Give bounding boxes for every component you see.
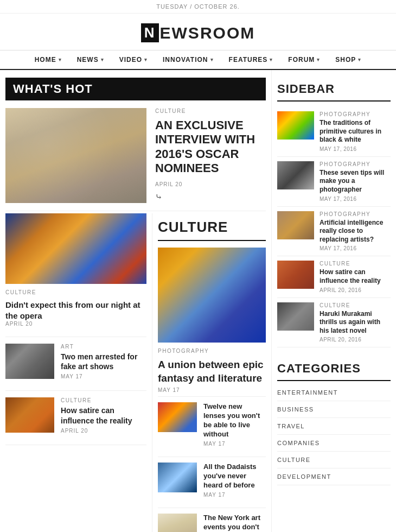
culture-small-date-1: MAY 17 xyxy=(203,441,266,447)
sidebar-item-text-5: CULTURE Haruki Murakami thrills us again… xyxy=(320,302,391,343)
sidebar-cat-3: PHOTOGRAPHY xyxy=(320,211,391,217)
sidebar-title-4: How satire can influence the reality xyxy=(320,268,391,285)
opera-date: APRIL 20 xyxy=(5,321,146,327)
sidebar-title-2: These seven tips will make you a photogr… xyxy=(320,169,391,194)
culture-small-text-3: The New York art events you don't want t… xyxy=(203,514,266,532)
site-logo[interactable]: N EWSROOM xyxy=(141,23,255,42)
culture-small-title-1: Twelve new lenses you won't be able to l… xyxy=(203,402,266,439)
middle-columns: CULTURE Didn't expect this from our nigh… xyxy=(5,213,266,532)
culture-main-title[interactable]: A union between epic fantasy and literat… xyxy=(158,358,266,385)
culture-small-3[interactable]: The New York art events you don't want t… xyxy=(158,508,266,532)
nav-innovation[interactable]: INNOVATION ▾ xyxy=(155,56,221,64)
sidebar-image-2 xyxy=(277,161,314,189)
category-travel[interactable]: TRAVEL xyxy=(277,418,391,435)
sidebar-date-1: MAY 17, 2016 xyxy=(320,146,391,152)
sidebar-item-text-2: PHOTOGRAPHY These seven tips will make y… xyxy=(320,161,391,202)
nav-news[interactable]: NEWS ▾ xyxy=(69,56,112,64)
sidebar-item-3[interactable]: PHOTOGRAPHY Artificial intelligence real… xyxy=(277,207,391,257)
pottery-image xyxy=(5,397,54,433)
whats-hot-feature[interactable]: CULTURE AN EXCLUSIVE INTERVIEW WITH 2016… xyxy=(5,100,266,211)
culture-small-image-1 xyxy=(158,402,197,432)
whats-hot-text: CULTURE AN EXCLUSIVE INTERVIEW WITH 2016… xyxy=(155,108,266,203)
culture-main-category: PHOTOGRAPHY xyxy=(158,348,266,354)
feature-date: APRIL 20 xyxy=(155,181,266,187)
logo-text: EWSROOM xyxy=(160,24,256,42)
opera-article-text[interactable]: CULTURE Didn't expect this from our nigh… xyxy=(5,284,146,337)
satire-text: CULTURE How satire can influence the rea… xyxy=(61,397,146,438)
left-column: CULTURE Didn't expect this from our nigh… xyxy=(5,213,152,532)
main-nav: HOME ▾ NEWS ▾ VIDEO ▾ INNOVATION ▾ FEATU… xyxy=(0,50,396,70)
sidebar-image-1 xyxy=(277,111,314,140)
culture-small-2[interactable]: All the Dadaists you've never heard of b… xyxy=(158,457,266,508)
logo-n: N xyxy=(141,23,159,42)
culture-small-1[interactable]: Twelve new lenses you won't be able to l… xyxy=(158,396,266,457)
culture-small-image-3 xyxy=(158,514,197,532)
sidebar-date-4: APRIL 20, 2016 xyxy=(320,287,391,293)
category-business[interactable]: BUSINESS xyxy=(277,401,391,418)
culture-small-title-3: The New York art events you don't want t… xyxy=(203,514,266,532)
site-header: N EWSROOM xyxy=(0,14,396,50)
sidebar-date-3: MAY 17, 2016 xyxy=(320,245,391,251)
sidebar-item-4[interactable]: CULTURE How satire can influence the rea… xyxy=(277,256,391,297)
sidebar-item-text-1: PHOTOGRAPHY The traditions of primitive … xyxy=(320,111,391,152)
sidebar-item-text-4: CULTURE How satire can influence the rea… xyxy=(320,261,391,293)
chevron-down-icon: ▾ xyxy=(101,57,104,62)
sidebar-cat-2: PHOTOGRAPHY xyxy=(320,161,391,167)
main-content: WHAT'S HOT CULTURE AN EXCLUSIVE INTERVIE… xyxy=(5,70,271,532)
feature-title: AN EXCLUSIVE INTERVIEW WITH 2016'S OSCAR… xyxy=(155,118,266,176)
nav-shop[interactable]: SHOP ▾ xyxy=(328,56,369,64)
culture-main-date: MAY 17 xyxy=(158,387,266,393)
chevron-down-icon: ▾ xyxy=(358,57,361,62)
sidebar-title-1: The traditions of primitive cultures in … xyxy=(320,119,391,144)
sidebar-title: SIDEBAR xyxy=(277,78,391,102)
opera-category: CULTURE xyxy=(5,289,146,295)
whats-hot-image xyxy=(5,108,146,203)
category-companies[interactable]: COMPANIES xyxy=(277,435,391,452)
sidebar-title-3: Artificial intelligence really close to … xyxy=(320,219,391,244)
satire-category: CULTURE xyxy=(61,397,146,403)
art-shows-category: ART xyxy=(61,344,146,350)
category-entertainment[interactable]: ENTERTAINMENT xyxy=(277,384,391,401)
crowd-image xyxy=(5,344,54,379)
chevron-down-icon: ▾ xyxy=(59,57,62,62)
article-category: CULTURE xyxy=(155,108,266,114)
chevron-down-icon: ▾ xyxy=(270,57,273,62)
culture-small-text-1: Twelve new lenses you won't be able to l… xyxy=(203,402,266,451)
nav-forum[interactable]: FORUM ▾ xyxy=(280,56,328,64)
satire-date: APRIL 20 xyxy=(61,428,146,434)
art-shows-article[interactable]: ART Two men arrested for fake art shows … xyxy=(5,337,146,391)
art-shows-date: MAY 17 xyxy=(61,373,146,379)
opera-image xyxy=(5,213,146,284)
culture-small-date-2: MAY 17 xyxy=(203,492,266,498)
opera-title: Didn't expect this from our night at the… xyxy=(5,300,146,321)
sidebar-cat-5: CULTURE xyxy=(320,302,391,308)
page-body: WHAT'S HOT CULTURE AN EXCLUSIVE INTERVIE… xyxy=(0,70,396,532)
category-development[interactable]: DEVELOPMENT xyxy=(277,468,391,485)
date-text: TUESDAY / OCTOBER 26. xyxy=(156,3,240,10)
categories-title: CATEGORIES xyxy=(277,357,391,381)
sidebar-item-5[interactable]: CULTURE Haruki Murakami thrills us again… xyxy=(277,298,391,348)
nav-video[interactable]: VIDEO ▾ xyxy=(112,56,155,64)
culture-small-text-2: All the Dadaists you've never heard of b… xyxy=(203,463,266,502)
nav-home[interactable]: HOME ▾ xyxy=(27,56,69,64)
category-culture[interactable]: CULTURE xyxy=(277,452,391,468)
chevron-down-icon: ▾ xyxy=(317,57,320,62)
sidebar-image-4 xyxy=(277,261,314,289)
sidebar-image-5 xyxy=(277,302,314,331)
culture-small-image-2 xyxy=(158,463,197,492)
sidebar-cat-4: CULTURE xyxy=(320,261,391,267)
whats-hot-title-bar: WHAT'S HOT xyxy=(5,78,266,100)
small-articles: CULTURE Didn't expect this from our nigh… xyxy=(5,213,146,445)
share-icon[interactable]: ⤷ xyxy=(155,192,266,202)
satire-article[interactable]: CULTURE How satire can influence the rea… xyxy=(5,391,146,445)
sidebar-item-2[interactable]: PHOTOGRAPHY These seven tips will make y… xyxy=(277,157,391,207)
nav-features[interactable]: FEATURES ▾ xyxy=(221,56,281,64)
sidebar-date-2: MAY 17, 2016 xyxy=(320,196,391,202)
sidebar-image-3 xyxy=(277,211,314,239)
top-date-bar: TUESDAY / OCTOBER 26. xyxy=(0,0,396,14)
opera-image-block: CULTURE Didn't expect this from our nigh… xyxy=(5,213,146,337)
sidebar: SIDEBAR PHOTOGRAPHY The traditions of pr… xyxy=(271,70,391,532)
sidebar-item-1[interactable]: PHOTOGRAPHY The traditions of primitive … xyxy=(277,107,391,157)
chevron-down-icon: ▾ xyxy=(210,57,214,62)
sidebar-title-5: Haruki Murakami thrills us again with hi… xyxy=(320,310,391,335)
